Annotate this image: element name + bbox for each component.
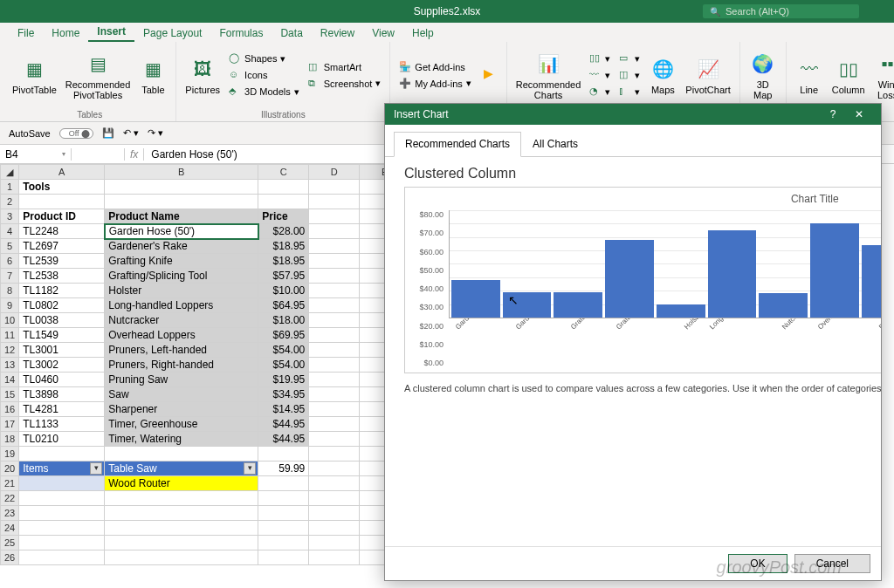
cell-price[interactable]: $18.00 [258,313,309,328]
tab-home[interactable]: Home [43,24,88,42]
column-chart-button[interactable]: ▯▯▾ [586,51,614,66]
shapes-button[interactable]: ◯Shapes ▾ [225,51,303,66]
cell-price[interactable]: $28.00 [258,224,309,239]
cell-price[interactable]: $34.95 [258,387,309,402]
list-item[interactable]: Table Saw [105,462,258,476]
cell-product-name[interactable]: Long-handled Loppers [105,298,258,313]
tab-data[interactable]: Data [272,24,311,42]
pictures-button[interactable]: 🖼Pictures [182,53,224,97]
sheet-title[interactable]: Tools [19,180,105,195]
cell-product-name[interactable]: Timer, Greenhouse [105,417,258,432]
fx-icon[interactable]: fx [124,148,144,161]
tab-help[interactable]: Help [403,24,443,42]
save-icon[interactable]: 💾 [102,127,114,139]
list-item-price[interactable]: 59.99 [258,462,309,476]
cell-price[interactable]: $64.95 [258,298,309,313]
pivottable-button[interactable]: ▦PivotTable [9,53,60,97]
close-button[interactable]: ✕ [846,108,872,120]
hdr-product-name[interactable]: Product Name [105,209,258,224]
cell-product-id[interactable]: TL1549 [19,328,105,343]
tab-recommended-charts[interactable]: Recommended Charts [394,132,521,157]
cell-product-name[interactable]: Holster [105,284,258,298]
cell-price[interactable]: $14.95 [258,402,309,417]
redo-icon[interactable]: ↷ ▾ [148,127,163,139]
cell-product-name[interactable]: Pruners, Left-handed [105,343,258,358]
cell-product-id[interactable]: TL0038 [19,313,105,328]
cell-product-name[interactable]: Overhead Loppers [105,328,258,343]
tab-review[interactable]: Review [312,24,363,42]
hdr-price[interactable]: Price [258,209,309,224]
hdr-product-id[interactable]: Product ID [19,209,105,224]
table-button[interactable]: ▦Table [135,53,170,97]
cell-product-name[interactable]: Nutcracker [105,313,258,328]
cell-price[interactable]: $54.00 [258,343,309,358]
cell-price[interactable]: $10.00 [258,284,309,298]
list-item[interactable]: Wood Router [105,476,258,491]
search-box[interactable]: Search (Alt+Q) [703,4,859,18]
cell-price[interactable]: $19.95 [258,373,309,387]
cell-product-name[interactable]: Timer, Watering [105,432,258,447]
tab-page-layout[interactable]: Page Layout [134,24,210,42]
cell-product-id[interactable]: TL3898 [19,387,105,402]
cell-product-name[interactable]: Grafting/Splicing Tool [105,269,258,284]
tab-all-charts[interactable]: All Charts [521,132,589,156]
cell-product-id[interactable]: TL0210 [19,432,105,447]
tab-insert[interactable]: Insert [88,23,134,42]
hierarchy-chart-button[interactable]: ▭▾ [615,51,643,66]
3d-models-button[interactable]: ⬘3D Models ▾ [225,84,303,99]
col-header-b[interactable]: B [105,165,258,180]
tab-view[interactable]: View [363,24,403,42]
screenshot-button[interactable]: ⧉Screenshot ▾ [305,76,385,92]
sparkline-winloss-button[interactable]: ▪▪Win/ Loss [870,48,894,102]
cell-price[interactable]: $44.95 [258,432,309,447]
combo-chart-button[interactable]: ⫿▾ [615,84,643,99]
maps-button[interactable]: 🌐Maps [645,53,680,97]
recommended-pivottables-button[interactable]: ▤Recommended PivotTables [62,48,134,102]
pivotchart-button[interactable]: 📈PivotChart [682,53,733,97]
get-addins-button[interactable]: 🏪Get Add-ins [395,59,474,75]
cell-product-id[interactable]: TL3002 [19,358,105,373]
cancel-button[interactable]: Cancel [794,554,870,573]
cell-price[interactable]: $57.95 [258,269,309,284]
cell-product-name[interactable]: Sharpener [105,402,258,417]
col-header-c[interactable]: C [258,165,309,180]
dialog-titlebar[interactable]: Insert Chart ? ✕ [385,104,881,125]
cell-product-name[interactable]: Grafting Knife [105,254,258,269]
cell-product-id[interactable]: TL0802 [19,298,105,313]
tab-file[interactable]: File [9,24,43,42]
preview-chart[interactable]: Chart Title $80.00$70.00$60.00$50.00$40.… [404,187,881,373]
cell-product-name[interactable]: Pruning Saw [105,373,258,387]
cell-product-name[interactable]: Garden Hose (50') [105,224,258,239]
cell-price[interactable]: $18.95 [258,254,309,269]
col-header-a[interactable]: A [19,165,105,180]
cell-product-id[interactable]: TL1182 [19,284,105,298]
undo-icon[interactable]: ↶ ▾ [123,127,139,139]
line-chart-button[interactable]: 〰▾ [586,67,614,83]
autosave-toggle[interactable]: Off ⬤ [59,128,93,139]
cell-product-name[interactable]: Pruners, Right-handed [105,358,258,373]
select-all[interactable]: ◢ [1,165,19,180]
cell-product-name[interactable]: Saw [105,387,258,402]
cell-price[interactable]: $69.95 [258,328,309,343]
bing-button[interactable]: ▶ [477,64,501,86]
col-header-d[interactable]: D [309,165,360,180]
cell-price[interactable]: $44.95 [258,417,309,432]
pie-chart-button[interactable]: ◔▾ [586,84,614,99]
cell-product-id[interactable]: TL1133 [19,417,105,432]
cell-price[interactable]: $18.95 [258,239,309,254]
name-box[interactable]: B4 [0,148,72,161]
3d-map-button[interactable]: 🌍3D Map [746,48,781,102]
cell-product-id[interactable]: TL2248 [19,224,105,239]
recommended-charts-button[interactable]: 📊Recommended Charts [512,48,585,102]
sparkline-line-button[interactable]: 〰Line [792,53,827,97]
cell-product-id[interactable]: TL4281 [19,402,105,417]
cell-product-id[interactable]: TL2538 [19,269,105,284]
cell-product-name[interactable]: Gardener's Rake [105,239,258,254]
cell-price[interactable]: $54.00 [258,358,309,373]
sparkline-column-button[interactable]: ▯▯Column [829,53,869,97]
my-addins-button[interactable]: ➕My Add-ins ▾ [395,76,474,92]
smartart-button[interactable]: ◫SmartArt [305,59,385,75]
cell-product-id[interactable]: TL0460 [19,373,105,387]
stat-chart-button[interactable]: ◫▾ [615,67,643,83]
icons-button[interactable]: ☺Icons [225,67,303,83]
